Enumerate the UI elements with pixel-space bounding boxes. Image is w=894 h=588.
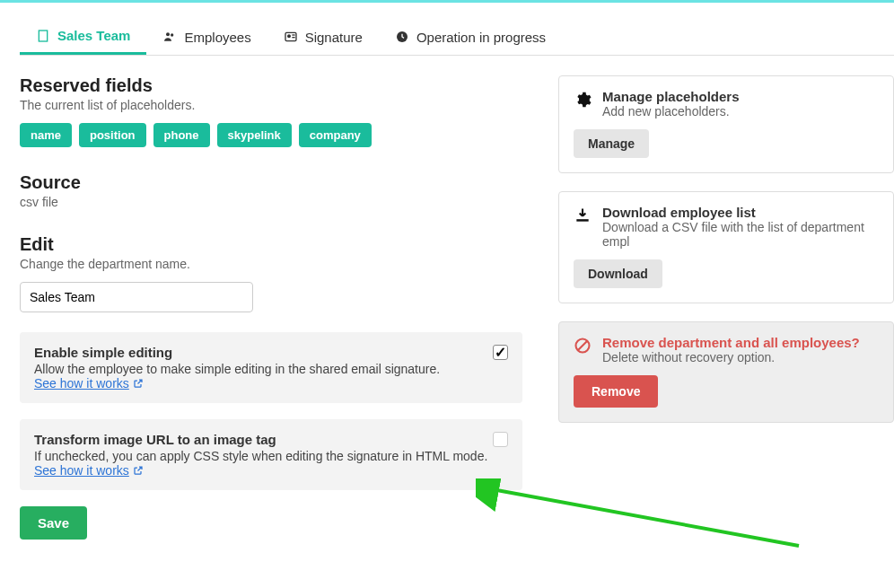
remove-button[interactable]: Remove	[574, 375, 658, 408]
tabs: Sales Team Employees Signature Operation…	[20, 19, 894, 56]
reserved-sub: The current list of placeholders.	[20, 98, 522, 112]
link-text: See how it works	[34, 376, 129, 391]
transform-image-checkbox[interactable]	[493, 432, 508, 447]
manage-placeholders-card: Manage placeholders Add new placeholders…	[558, 75, 894, 173]
building-icon	[36, 29, 50, 43]
edit-title: Edit	[20, 234, 522, 255]
link-text: See how it works	[34, 463, 129, 478]
users-icon	[162, 30, 177, 44]
tab-operation[interactable]: Operation in progress	[379, 19, 562, 55]
svg-point-4	[171, 33, 173, 36]
option-desc: Allow the employee to make simple editin…	[34, 362, 508, 376]
pill-company[interactable]: company	[299, 123, 372, 147]
card-title: Remove department and all employees?	[602, 335, 860, 350]
id-card-icon	[284, 30, 298, 44]
option-desc: If unchecked, you can apply CSS style wh…	[34, 449, 508, 478]
tab-label: Employees	[184, 30, 250, 45]
tab-sales-team[interactable]: Sales Team	[20, 19, 146, 55]
tab-signature[interactable]: Signature	[267, 19, 379, 55]
save-button[interactable]: Save	[20, 506, 87, 540]
reserved-title: Reserved fields	[20, 75, 522, 96]
svg-point-6	[287, 35, 290, 38]
see-how-link[interactable]: See how it works	[34, 376, 144, 391]
download-employee-card: Download employee list Download a CSV fi…	[558, 191, 894, 303]
svg-rect-0	[39, 31, 47, 41]
option-title: Transform image URL to an image tag	[34, 432, 508, 447]
see-how-link-2[interactable]: See how it works	[34, 463, 144, 478]
manage-button[interactable]: Manage	[574, 129, 649, 158]
download-button[interactable]: Download	[574, 259, 662, 288]
tab-employees[interactable]: Employees	[146, 19, 267, 55]
external-link-icon	[133, 465, 144, 476]
edit-sub: Change the department name.	[20, 257, 522, 271]
tab-label: Sales Team	[57, 28, 130, 43]
external-link-icon	[133, 378, 144, 389]
card-sub: Add new placeholders.	[602, 104, 740, 118]
simple-editing-checkbox[interactable]	[493, 345, 508, 360]
department-name-input[interactable]	[20, 282, 253, 312]
placeholder-pills: name position phone skypelink company	[20, 123, 522, 147]
source-title: Source	[20, 172, 522, 193]
option-transform-image: Transform image URL to an image tag If u…	[20, 419, 522, 490]
pill-phone[interactable]: phone	[153, 123, 210, 147]
clock-icon	[395, 30, 409, 44]
download-icon	[574, 206, 592, 224]
card-sub: Download a CSV file with the list of dep…	[602, 220, 879, 249]
card-title: Download employee list	[602, 205, 879, 220]
pill-position[interactable]: position	[79, 123, 146, 147]
gear-icon	[574, 91, 592, 109]
tab-label: Operation in progress	[416, 30, 546, 45]
option-title: Enable simple editing	[34, 345, 508, 360]
card-sub: Delete without recovery option.	[602, 350, 860, 364]
remove-department-card: Remove department and all employees? Del…	[558, 321, 894, 423]
forbidden-icon	[574, 337, 592, 355]
option-simple-editing: Enable simple editing Allow the employee…	[20, 332, 522, 403]
source-value: csv file	[20, 195, 522, 209]
pill-name[interactable]: name	[20, 123, 72, 147]
card-title: Manage placeholders	[602, 89, 740, 104]
svg-point-3	[166, 32, 170, 36]
tab-label: Signature	[305, 30, 363, 45]
pill-skypelink[interactable]: skypelink	[217, 123, 292, 147]
svg-line-11	[578, 341, 587, 350]
